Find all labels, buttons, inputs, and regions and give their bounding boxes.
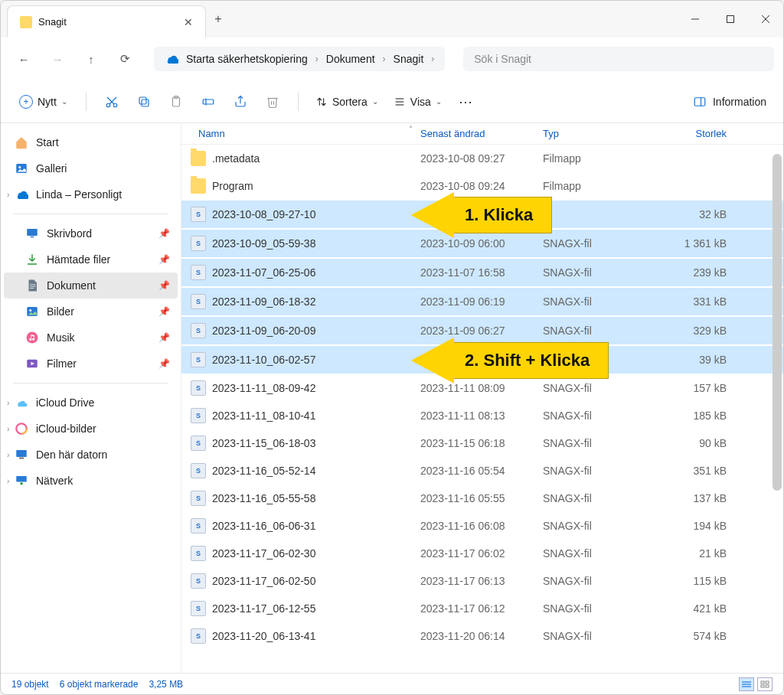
file-row[interactable]: S 2023-11-20_06-13-41 2023-11-20 06:14 S… — [181, 622, 783, 650]
details-view-button[interactable] — [739, 677, 754, 691]
file-date: 2023-11-16 05:55 — [420, 492, 543, 504]
rename-button[interactable] — [194, 87, 223, 116]
snagx-file-icon: S — [191, 573, 206, 589]
more-button[interactable]: ⋯ — [451, 87, 480, 116]
snagx-file-icon: S — [191, 436, 206, 451]
sidebar-item-n-tverk[interactable]: › Nätverk — [4, 468, 178, 494]
sort-button[interactable]: Sortera ⌄ — [309, 91, 384, 113]
column-size[interactable]: Storlek — [650, 128, 727, 139]
sidebar-item-filmer[interactable]: Filmer 📌 — [4, 351, 178, 377]
close-button[interactable] — [748, 1, 783, 38]
file-row[interactable]: S 2023-11-17_06-12-55 2023-11-17 06:12 S… — [181, 595, 783, 622]
chevron-right-icon[interactable]: › — [7, 425, 9, 433]
file-type: SNAGX-fil — [543, 437, 650, 449]
maximize-button[interactable] — [713, 1, 748, 38]
pin-icon[interactable]: 📌 — [158, 228, 170, 239]
pin-icon[interactable]: 📌 — [158, 306, 170, 317]
breadcrumb-item[interactable]: Dokument — [323, 51, 378, 67]
delete-button[interactable] — [258, 87, 287, 116]
file-size: 21 kB — [650, 547, 727, 560]
file-row[interactable]: S 2023-11-07_06-25-06 2023-11-07 16:58 S… — [181, 258, 783, 287]
file-size: 32 kB — [650, 208, 727, 220]
file-row[interactable]: .metadata 2023-10-08 09:27 Filmapp — [181, 145, 783, 172]
file-rows: .metadata 2023-10-08 09:27 Filmapp Progr… — [181, 145, 783, 673]
snagx-file-icon: S — [191, 323, 206, 338]
copy-button[interactable] — [129, 87, 158, 116]
main-area: Start Galleri › Linda – Personligt Skriv… — [1, 123, 783, 673]
pin-icon[interactable]: 📌 — [158, 254, 170, 265]
file-name: 2023-11-09_06-20-09 — [212, 325, 420, 337]
file-row[interactable]: S 2023-11-17_06-02-30 2023-11-17 06:02 S… — [181, 540, 783, 567]
chevron-right-icon[interactable]: › — [7, 399, 9, 407]
file-row[interactable]: S 2023-11-16_05-55-58 2023-11-16 05:55 S… — [181, 485, 783, 512]
window-tab[interactable]: Snagit ✕ — [7, 5, 206, 38]
chevron-right-icon[interactable]: › — [7, 451, 9, 459]
snagx-file-icon: S — [191, 294, 206, 309]
sidebar-item-linda-personligt[interactable]: › Linda – Personligt — [4, 181, 178, 207]
svg-rect-37 — [21, 482, 23, 485]
file-row[interactable]: S 2023-11-16_05-52-14 2023-11-16 05:54 S… — [181, 457, 783, 485]
share-button[interactable] — [226, 87, 255, 116]
view-button[interactable]: Visa ⌄ — [387, 91, 448, 113]
icloud-photos-icon — [15, 422, 28, 436]
column-date[interactable]: Senast ändrad — [420, 128, 543, 139]
chevron-right-icon[interactable]: › — [7, 191, 9, 199]
svg-rect-1 — [727, 16, 734, 23]
file-type: SNAGX-fil — [543, 295, 650, 308]
sidebar-item-den-h-r-datorn[interactable]: › Den här datorn — [4, 442, 178, 468]
file-row[interactable]: Program 2023-10-08 09:24 Filmapp — [181, 172, 783, 200]
column-type[interactable]: Typ — [543, 128, 650, 139]
chevron-right-icon[interactable]: › — [7, 477, 9, 485]
sidebar-item-start[interactable]: Start — [4, 129, 178, 155]
file-name: 2023-11-16_05-52-14 — [212, 465, 420, 477]
minimize-button[interactable] — [678, 1, 713, 38]
search-input[interactable]: Sök i Snagit — [463, 47, 774, 71]
file-row[interactable]: S 2023-11-09_06-18-32 2023-11-09 06:19 S… — [181, 287, 783, 316]
sidebar: Start Galleri › Linda – Personligt Skriv… — [1, 123, 181, 673]
snagx-file-icon: S — [191, 408, 206, 423]
breadcrumb[interactable]: Starta säkerhetskopiering › Dokument › S… — [154, 47, 445, 71]
file-size: 90 kB — [650, 437, 727, 449]
file-row[interactable]: S 2023-11-16_06-06-31 2023-11-16 06:08 S… — [181, 512, 783, 540]
sidebar-item-musik[interactable]: Musik 📌 — [4, 325, 178, 351]
sidebar-item-h-mtade-filer[interactable]: Hämtade filer 📌 — [4, 246, 178, 272]
thumbnails-view-button[interactable] — [757, 677, 773, 691]
sidebar-item-galleri[interactable]: Galleri — [4, 155, 178, 181]
breadcrumb-item[interactable]: Snagit — [390, 51, 427, 67]
back-button[interactable]: ← — [10, 45, 38, 73]
svg-rect-8 — [142, 100, 149, 106]
svg-rect-41 — [761, 681, 764, 684]
snagx-file-icon: S — [191, 601, 206, 616]
sidebar-item-dokument[interactable]: Dokument 📌 — [4, 272, 178, 299]
file-row[interactable]: S 2023-11-17_06-02-50 2023-11-17 06:13 S… — [181, 567, 783, 595]
sidebar-item-icloud-drive[interactable]: › iCloud Drive — [4, 390, 178, 416]
pin-icon[interactable]: 📌 — [158, 280, 170, 291]
cut-button[interactable] — [97, 87, 126, 116]
sidebar-item-icloud-bilder[interactable]: › iCloud-bilder — [4, 416, 178, 442]
file-name: 2023-11-07_06-25-06 — [212, 266, 420, 279]
refresh-button[interactable]: ⟳ — [111, 45, 139, 73]
breadcrumb-root[interactable]: Starta säkerhetskopiering — [183, 51, 311, 67]
file-name: 2023-11-16_05-55-58 — [212, 492, 420, 504]
info-button[interactable]: Information — [687, 90, 773, 113]
chevron-down-icon: ⌄ — [436, 97, 442, 106]
file-row[interactable]: S 2023-11-09_06-20-09 2023-11-09 06:27 S… — [181, 316, 783, 345]
paste-button[interactable] — [162, 87, 191, 116]
sort-icon — [315, 96, 328, 108]
file-row[interactable]: S 2023-11-15_06-18-03 2023-11-15 06:18 S… — [181, 429, 783, 457]
folder-icon — [191, 178, 206, 194]
forward-button[interactable]: → — [44, 45, 71, 73]
pin-icon[interactable]: 📌 — [158, 332, 170, 343]
sidebar-item-bilder[interactable]: Bilder 📌 — [4, 299, 178, 325]
new-tab-button[interactable]: + — [206, 12, 230, 26]
file-type: SNAGX-fil — [543, 465, 650, 477]
pin-icon[interactable]: 📌 — [158, 358, 170, 369]
new-button[interactable]: + Nytt ⌄ — [11, 90, 75, 113]
column-headers[interactable]: Namn˄ Senast ändrad Typ Storlek — [181, 123, 783, 145]
up-button[interactable]: ↑ — [77, 45, 105, 73]
scrollbar[interactable] — [773, 154, 782, 673]
close-tab-icon[interactable]: ✕ — [184, 16, 193, 28]
sidebar-item-skrivbord[interactable]: Skrivbord 📌 — [4, 220, 178, 246]
file-row[interactable]: S 2023-11-11_08-10-41 2023-11-11 08:13 S… — [181, 402, 783, 429]
downloads-icon — [25, 253, 39, 266]
